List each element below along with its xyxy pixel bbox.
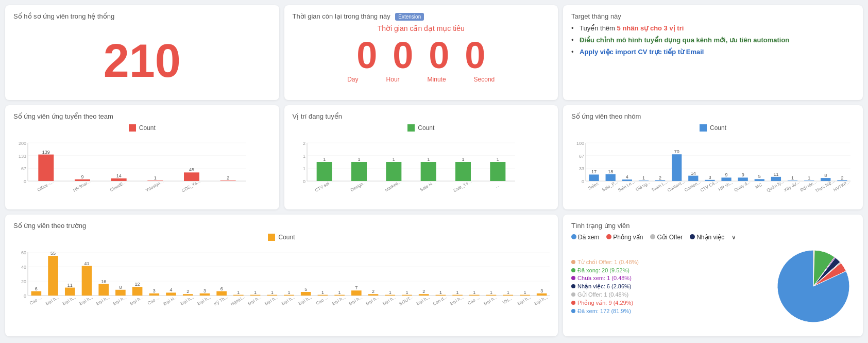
status-legend-expand[interactable]: ∨ (731, 234, 736, 241)
legend-label-school: Count (278, 234, 295, 241)
chart-team-svg: 200133670139Office -...9HRShar...14Cloud… (13, 134, 250, 201)
card-chart-team: Số ứng viên ứng tuyển theo team Count 20… (5, 105, 279, 209)
timer-hour: 0 (393, 37, 413, 74)
target-list: Tuyển thêm 5 nhân sự cho 3 vị trí Điều c… (571, 24, 855, 56)
svg-text:6: 6 (35, 286, 38, 291)
svg-text:2: 2 (841, 175, 843, 181)
svg-text:139: 139 (42, 150, 50, 155)
legend-box-blue (700, 124, 707, 132)
chart-school-title: Số ứng viên theo trường (13, 222, 550, 230)
target-item-1: Tuyển thêm 5 nhân sự cho 3 vị trí (571, 24, 855, 32)
svg-text:1: 1 (302, 154, 305, 159)
chart-school-container: 60402006Cao ...55Đại h...11Đại h...41Đại… (13, 243, 550, 317)
card-total-applicants: Số hồ sơ ứng viên trong hệ thống 210 (5, 5, 279, 100)
svg-text:2: 2 (227, 175, 229, 181)
svg-text:16: 16 (101, 279, 106, 284)
svg-text:200: 200 (19, 141, 26, 146)
svg-text:1: 1 (338, 290, 341, 295)
svg-text:Sales: Sales (587, 181, 599, 191)
svg-rect-95 (755, 179, 764, 181)
svg-text:12: 12 (135, 282, 140, 287)
svg-text:1: 1 (271, 290, 274, 295)
svg-text:20: 20 (21, 279, 26, 284)
svg-text:1: 1 (389, 290, 392, 295)
svg-text:0: 0 (24, 179, 26, 184)
svg-text:4: 4 (626, 174, 628, 179)
svg-rect-126 (48, 256, 58, 296)
svg-rect-141 (132, 287, 143, 296)
svg-text:1: 1 (237, 290, 240, 295)
chart-group-title: Số ứng viên theo nhóm (571, 112, 855, 120)
svg-text:1: 1 (456, 290, 459, 295)
pie-chart-wrapper (772, 245, 855, 329)
svg-text:67: 67 (21, 166, 26, 171)
svg-text:133: 133 (19, 154, 26, 159)
svg-text:Đại h...: Đại h... (129, 295, 144, 306)
svg-text:Kỹ Th...: Kỹ Th... (213, 295, 229, 307)
svg-text:Cao ...: Cao ... (29, 295, 43, 306)
svg-text:Đại h...: Đại h... (180, 295, 195, 306)
svg-text:100: 100 (576, 141, 584, 146)
svg-text:Đại h...: Đại h... (365, 295, 380, 306)
card-targets: Target tháng này Tuyển thêm 5 nhân sự ch… (563, 5, 863, 100)
svg-text:Đại h...: Đại h... (415, 295, 430, 306)
svg-text:Đại h...: Đại h... (196, 295, 211, 306)
svg-text:3: 3 (708, 175, 711, 180)
legend-label-position: Count (418, 124, 434, 132)
legend-box-red (129, 124, 136, 132)
svg-text:Đại h...: Đại h... (281, 295, 296, 306)
svg-text:67: 67 (579, 154, 584, 159)
svg-text:Đại h...: Đại h... (45, 295, 60, 306)
svg-text:Đại h...: Đại h... (264, 295, 279, 306)
chart-group-svg: 1006733017Sales18Sale_P...4Sale Le...1Gi… (571, 134, 855, 201)
svg-text:1: 1 (439, 290, 442, 295)
svg-rect-49 (455, 162, 471, 181)
svg-text:55: 55 (50, 251, 56, 256)
svg-text:1: 1 (302, 166, 305, 171)
svg-text:Đại h...: Đại h... (95, 295, 110, 306)
svg-text:Đại h...: Đại h... (382, 295, 397, 306)
chart-position-title: Vị trí đang tuyển (293, 112, 550, 120)
svg-text:0: 0 (302, 179, 305, 184)
svg-text:Đại H...: Đại H... (162, 295, 178, 306)
svg-text:2: 2 (422, 289, 425, 294)
card-chart-status: Tình trạng ứng viên Đã xem Phỏng vấn Gửi… (563, 215, 863, 336)
chart-position-svg: 21101CTV sal...1Design...1Marketi...1Sal… (293, 134, 519, 201)
svg-text:Design...: Design... (349, 179, 367, 192)
card-chart-school: Số ứng viên theo trường Count 60402006Ca… (5, 215, 558, 336)
chart-school-svg: 60402006Cao ...55Đại h...11Đại h...41Đại… (13, 243, 550, 315)
svg-text:Ngoại...: Ngoại... (230, 294, 246, 306)
svg-text:1: 1 (473, 290, 475, 295)
svg-text:Đại h...: Đại h... (483, 295, 498, 306)
svg-text:9: 9 (742, 172, 744, 177)
svg-text:1: 1 (791, 175, 794, 181)
svg-text:4: 4 (170, 287, 173, 292)
card3-title: Target tháng này (571, 12, 855, 20)
target-item-2: Điều chỉnh mô hình tuyển dụng qua kênh m… (571, 36, 855, 44)
unit-second: Second (474, 76, 495, 83)
pie-svg (772, 245, 855, 328)
legend-box-orange (268, 234, 275, 241)
svg-rect-25 (220, 181, 236, 181)
pie-legend: Từ chối Offer: 1 (0.48%) Đã xong: 20 (9.… (571, 259, 767, 316)
svg-text:8: 8 (824, 173, 827, 178)
status-legend-seen: Đã xem (571, 234, 599, 241)
svg-text:9: 9 (725, 172, 728, 177)
svg-rect-80 (672, 154, 682, 181)
svg-text:9: 9 (81, 174, 83, 179)
card1-title: Số hồ sơ ứng viên trong hệ thống (13, 12, 271, 20)
svg-text:14: 14 (116, 173, 122, 178)
pie-item-6: Phỏng vấn: 9 (4.29%) (571, 300, 767, 306)
svg-text:1: 1 (323, 157, 326, 162)
unit-hour: Hour (386, 76, 400, 83)
status-legend: Đã xem Phỏng vấn Gửi Offer Nhận việc ∨ (571, 234, 855, 241)
unit-minute: Minute (428, 76, 446, 83)
chart-team-legend: Count (13, 124, 271, 132)
card-timer: Thời gian còn lại trong tháng này Extens… (284, 5, 558, 100)
svg-text:2: 2 (659, 175, 661, 181)
svg-text:2: 2 (186, 289, 189, 294)
svg-text:1: 1 (254, 290, 257, 295)
svg-rect-123 (31, 291, 42, 296)
status-legend-hired: Nhận việc (690, 234, 724, 241)
svg-rect-46 (420, 162, 436, 181)
